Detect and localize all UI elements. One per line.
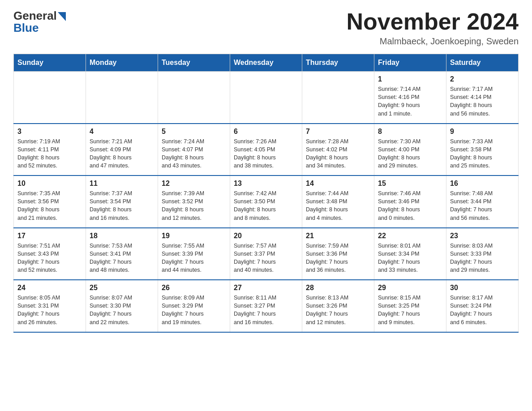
- day-info: Sunrise: 7:21 AMSunset: 4:09 PMDaylight:…: [90, 137, 154, 170]
- day-number: 8: [378, 128, 442, 136]
- day-number: 2: [450, 75, 515, 83]
- calendar-cell: 8Sunrise: 7:30 AMSunset: 4:00 PMDaylight…: [374, 124, 446, 176]
- calendar-cell: 24Sunrise: 8:05 AMSunset: 3:31 PMDayligh…: [14, 280, 86, 332]
- day-info: Sunrise: 8:17 AMSunset: 3:24 PMDaylight:…: [450, 294, 515, 326]
- logo-blue: Blue: [13, 21, 39, 35]
- day-info: Sunrise: 7:30 AMSunset: 4:00 PMDaylight:…: [378, 137, 442, 170]
- calendar-week-row: 17Sunrise: 7:51 AMSunset: 3:43 PMDayligh…: [14, 228, 519, 280]
- day-number: 25: [90, 284, 154, 292]
- calendar-cell: 25Sunrise: 8:07 AMSunset: 3:30 PMDayligh…: [86, 280, 158, 332]
- day-number: 29: [378, 284, 442, 292]
- day-number: 20: [234, 232, 298, 240]
- calendar-cell: 2Sunrise: 7:17 AMSunset: 4:14 PMDaylight…: [446, 72, 519, 124]
- day-number: 21: [306, 232, 370, 240]
- calendar-cell: 22Sunrise: 8:01 AMSunset: 3:34 PMDayligh…: [374, 228, 446, 280]
- calendar-subtitle: Malmbaeck, Joenkoeping, Sweden: [347, 36, 519, 47]
- day-number: 14: [306, 180, 370, 188]
- day-number: 16: [450, 180, 515, 188]
- day-info: Sunrise: 7:26 AMSunset: 4:05 PMDaylight:…: [234, 137, 298, 170]
- calendar-title: November 2024: [347, 9, 519, 34]
- calendar-cell: 30Sunrise: 8:17 AMSunset: 3:24 PMDayligh…: [446, 280, 519, 332]
- day-info: Sunrise: 7:51 AMSunset: 3:43 PMDaylight:…: [17, 242, 82, 274]
- day-info: Sunrise: 7:14 AMSunset: 4:16 PMDaylight:…: [378, 85, 442, 118]
- logo-arrow-icon: [58, 12, 66, 21]
- calendar-cell: 29Sunrise: 8:15 AMSunset: 3:25 PMDayligh…: [374, 280, 446, 332]
- calendar-week-row: 10Sunrise: 7:35 AMSunset: 3:56 PMDayligh…: [14, 176, 519, 228]
- day-number: 18: [90, 232, 154, 240]
- calendar-cell: 18Sunrise: 7:53 AMSunset: 3:41 PMDayligh…: [86, 228, 158, 280]
- calendar-cell: 10Sunrise: 7:35 AMSunset: 3:56 PMDayligh…: [14, 176, 86, 228]
- calendar-cell: 28Sunrise: 8:13 AMSunset: 3:26 PMDayligh…: [302, 280, 374, 332]
- day-info: Sunrise: 7:24 AMSunset: 4:07 PMDaylight:…: [162, 137, 226, 170]
- calendar-cell: [230, 72, 302, 124]
- calendar-cell: 7Sunrise: 7:28 AMSunset: 4:02 PMDaylight…: [302, 124, 374, 176]
- calendar-table: Sunday Monday Tuesday Wednesday Thursday…: [13, 54, 519, 333]
- col-saturday: Saturday: [446, 54, 519, 72]
- col-monday: Monday: [86, 54, 158, 72]
- calendar-cell: 6Sunrise: 7:26 AMSunset: 4:05 PMDaylight…: [230, 124, 302, 176]
- day-number: 5: [162, 128, 226, 136]
- day-info: Sunrise: 7:55 AMSunset: 3:39 PMDaylight:…: [162, 242, 226, 274]
- calendar-cell: 17Sunrise: 7:51 AMSunset: 3:43 PMDayligh…: [14, 228, 86, 280]
- col-friday: Friday: [374, 54, 446, 72]
- calendar-cell: 14Sunrise: 7:44 AMSunset: 3:48 PMDayligh…: [302, 176, 374, 228]
- calendar-cell: 5Sunrise: 7:24 AMSunset: 4:07 PMDaylight…: [158, 124, 230, 176]
- day-number: 15: [378, 180, 442, 188]
- calendar-cell: 3Sunrise: 7:19 AMSunset: 4:11 PMDaylight…: [14, 124, 86, 176]
- calendar-cell: 21Sunrise: 7:59 AMSunset: 3:36 PMDayligh…: [302, 228, 374, 280]
- day-info: Sunrise: 7:28 AMSunset: 4:02 PMDaylight:…: [306, 137, 370, 170]
- day-number: 13: [234, 180, 298, 188]
- day-number: 1: [378, 75, 442, 83]
- day-info: Sunrise: 7:33 AMSunset: 3:58 PMDaylight:…: [450, 137, 515, 170]
- calendar-week-row: 24Sunrise: 8:05 AMSunset: 3:31 PMDayligh…: [14, 280, 519, 332]
- day-info: Sunrise: 8:03 AMSunset: 3:33 PMDaylight:…: [450, 242, 515, 274]
- day-info: Sunrise: 7:42 AMSunset: 3:50 PMDaylight:…: [234, 189, 298, 222]
- day-info: Sunrise: 7:46 AMSunset: 3:46 PMDaylight:…: [378, 189, 442, 222]
- day-number: 17: [17, 232, 82, 240]
- calendar-cell: 19Sunrise: 7:55 AMSunset: 3:39 PMDayligh…: [158, 228, 230, 280]
- col-sunday: Sunday: [14, 54, 86, 72]
- day-info: Sunrise: 8:05 AMSunset: 3:31 PMDaylight:…: [17, 294, 82, 326]
- day-number: 19: [162, 232, 226, 240]
- day-info: Sunrise: 8:09 AMSunset: 3:29 PMDaylight:…: [162, 294, 226, 326]
- day-info: Sunrise: 8:01 AMSunset: 3:34 PMDaylight:…: [378, 242, 442, 274]
- calendar-cell: 1Sunrise: 7:14 AMSunset: 4:16 PMDaylight…: [374, 72, 446, 124]
- day-info: Sunrise: 8:13 AMSunset: 3:26 PMDaylight:…: [306, 294, 370, 326]
- day-info: Sunrise: 7:48 AMSunset: 3:44 PMDaylight:…: [450, 189, 515, 222]
- calendar-cell: [86, 72, 158, 124]
- calendar-cell: 23Sunrise: 8:03 AMSunset: 3:33 PMDayligh…: [446, 228, 519, 280]
- col-tuesday: Tuesday: [158, 54, 230, 72]
- day-info: Sunrise: 7:37 AMSunset: 3:54 PMDaylight:…: [90, 189, 154, 222]
- logo-area: General Blue: [13, 9, 66, 35]
- day-info: Sunrise: 7:44 AMSunset: 3:48 PMDaylight:…: [306, 189, 370, 222]
- calendar-cell: 16Sunrise: 7:48 AMSunset: 3:44 PMDayligh…: [446, 176, 519, 228]
- svg-marker-0: [58, 12, 66, 21]
- calendar-cell: [302, 72, 374, 124]
- day-number: 9: [450, 128, 515, 136]
- day-number: 23: [450, 232, 515, 240]
- day-info: Sunrise: 7:19 AMSunset: 4:11 PMDaylight:…: [17, 137, 82, 170]
- calendar-cell: 13Sunrise: 7:42 AMSunset: 3:50 PMDayligh…: [230, 176, 302, 228]
- day-info: Sunrise: 7:39 AMSunset: 3:52 PMDaylight:…: [162, 189, 226, 222]
- col-thursday: Thursday: [302, 54, 374, 72]
- day-number: 24: [17, 284, 82, 292]
- calendar-cell: 9Sunrise: 7:33 AMSunset: 3:58 PMDaylight…: [446, 124, 519, 176]
- calendar-week-row: 3Sunrise: 7:19 AMSunset: 4:11 PMDaylight…: [14, 124, 519, 176]
- calendar-cell: 4Sunrise: 7:21 AMSunset: 4:09 PMDaylight…: [86, 124, 158, 176]
- calendar-cell: [14, 72, 86, 124]
- day-info: Sunrise: 7:17 AMSunset: 4:14 PMDaylight:…: [450, 85, 515, 118]
- calendar-cell: [158, 72, 230, 124]
- day-info: Sunrise: 7:57 AMSunset: 3:37 PMDaylight:…: [234, 242, 298, 274]
- day-info: Sunrise: 8:15 AMSunset: 3:25 PMDaylight:…: [378, 294, 442, 326]
- day-info: Sunrise: 8:11 AMSunset: 3:27 PMDaylight:…: [234, 294, 298, 326]
- day-number: 22: [378, 232, 442, 240]
- day-info: Sunrise: 7:35 AMSunset: 3:56 PMDaylight:…: [17, 189, 82, 222]
- day-number: 6: [234, 128, 298, 136]
- calendar-cell: 15Sunrise: 7:46 AMSunset: 3:46 PMDayligh…: [374, 176, 446, 228]
- calendar-cell: 11Sunrise: 7:37 AMSunset: 3:54 PMDayligh…: [86, 176, 158, 228]
- calendar-cell: 12Sunrise: 7:39 AMSunset: 3:52 PMDayligh…: [158, 176, 230, 228]
- day-info: Sunrise: 7:53 AMSunset: 3:41 PMDaylight:…: [90, 242, 154, 274]
- col-wednesday: Wednesday: [230, 54, 302, 72]
- day-info: Sunrise: 7:59 AMSunset: 3:36 PMDaylight:…: [306, 242, 370, 274]
- calendar-header-row: Sunday Monday Tuesday Wednesday Thursday…: [14, 54, 519, 72]
